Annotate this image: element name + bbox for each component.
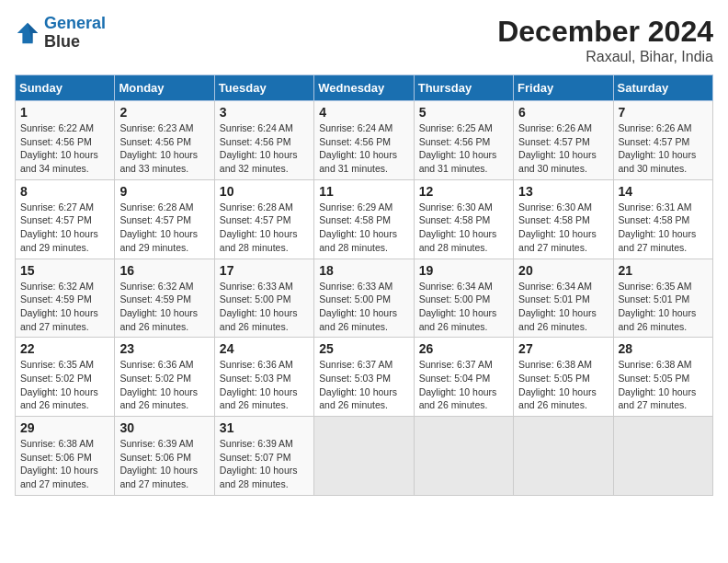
day-number: 19 — [419, 263, 508, 278]
calendar-day-cell: 17 Sunrise: 6:33 AMSunset: 5:00 PMDaylig… — [214, 259, 313, 338]
day-number: 26 — [419, 341, 508, 356]
day-number: 30 — [119, 420, 209, 435]
day-detail: Sunrise: 6:35 AMSunset: 5:02 PMDaylight:… — [20, 359, 98, 410]
calendar-day-cell: 27 Sunrise: 6:38 AMSunset: 5:05 PMDaylig… — [514, 338, 613, 417]
day-detail: Sunrise: 6:28 AMSunset: 4:57 PMDaylight:… — [220, 201, 298, 253]
day-detail: Sunrise: 6:38 AMSunset: 5:05 PMDaylight:… — [619, 359, 697, 410]
logo-line1: General — [44, 14, 106, 32]
calendar-day-cell: 4 Sunrise: 6:24 AMSunset: 4:56 PMDayligh… — [314, 101, 414, 180]
day-detail: Sunrise: 6:32 AMSunset: 4:59 PMDaylight:… — [20, 281, 98, 332]
day-number: 27 — [518, 341, 608, 356]
calendar-day-cell: 24 Sunrise: 6:36 AMSunset: 5:03 PMDaylig… — [214, 338, 313, 417]
page-header: General Blue December 2024 Raxaul, Bihar… — [15, 15, 713, 65]
logo: General Blue — [15, 15, 106, 52]
calendar-day-cell: 25 Sunrise: 6:37 AMSunset: 5:03 PMDaylig… — [314, 338, 414, 417]
day-detail: Sunrise: 6:37 AMSunset: 5:03 PMDaylight:… — [319, 359, 397, 410]
day-number: 18 — [319, 263, 408, 278]
day-detail: Sunrise: 6:26 AMSunset: 4:57 PMDaylight:… — [619, 122, 697, 174]
calendar-table: SundayMondayTuesdayWednesdayThursdayFrid… — [15, 75, 713, 496]
day-number: 21 — [619, 263, 708, 278]
day-number: 13 — [518, 184, 608, 199]
calendar-week-row: 22 Sunrise: 6:35 AMSunset: 5:02 PMDaylig… — [16, 338, 713, 417]
calendar-day-cell: 10 Sunrise: 6:28 AMSunset: 4:57 PMDaylig… — [214, 179, 313, 259]
calendar-week-row: 8 Sunrise: 6:27 AMSunset: 4:57 PMDayligh… — [16, 179, 713, 259]
day-number: 12 — [419, 184, 508, 199]
day-detail: Sunrise: 6:24 AMSunset: 4:56 PMDaylight:… — [220, 122, 298, 174]
calendar-day-cell: 14 Sunrise: 6:31 AMSunset: 4:58 PMDaylig… — [613, 179, 712, 259]
day-detail: Sunrise: 6:36 AMSunset: 5:02 PMDaylight:… — [119, 359, 198, 410]
calendar-day-cell: 28 Sunrise: 6:38 AMSunset: 5:05 PMDaylig… — [613, 338, 712, 417]
day-number: 14 — [619, 184, 708, 199]
day-detail: Sunrise: 6:31 AMSunset: 4:58 PMDaylight:… — [619, 201, 697, 253]
weekday-header: Saturday — [613, 75, 712, 101]
day-number: 23 — [119, 341, 209, 356]
weekday-header: Friday — [514, 75, 613, 101]
day-detail: Sunrise: 6:28 AMSunset: 4:57 PMDaylight:… — [119, 201, 198, 253]
day-detail: Sunrise: 6:39 AMSunset: 5:06 PMDaylight:… — [119, 438, 198, 489]
day-number: 31 — [220, 420, 309, 435]
day-number: 2 — [119, 105, 209, 120]
empty-cell — [613, 417, 712, 496]
day-detail: Sunrise: 6:36 AMSunset: 5:03 PMDaylight:… — [220, 359, 298, 410]
day-number: 7 — [619, 105, 708, 120]
day-detail: Sunrise: 6:22 AMSunset: 4:56 PMDaylight:… — [20, 122, 98, 174]
day-number: 22 — [20, 341, 109, 356]
day-detail: Sunrise: 6:38 AMSunset: 5:06 PMDaylight:… — [20, 438, 98, 489]
calendar-day-cell: 15 Sunrise: 6:32 AMSunset: 4:59 PMDaylig… — [16, 259, 115, 338]
day-detail: Sunrise: 6:24 AMSunset: 4:56 PMDaylight:… — [319, 122, 397, 174]
day-number: 15 — [20, 263, 109, 278]
day-detail: Sunrise: 6:34 AMSunset: 5:01 PMDaylight:… — [518, 281, 597, 332]
calendar-day-cell: 13 Sunrise: 6:30 AMSunset: 4:58 PMDaylig… — [514, 179, 613, 259]
calendar-day-cell: 19 Sunrise: 6:34 AMSunset: 5:00 PMDaylig… — [414, 259, 513, 338]
day-detail: Sunrise: 6:30 AMSunset: 4:58 PMDaylight:… — [518, 201, 597, 253]
day-detail: Sunrise: 6:30 AMSunset: 4:58 PMDaylight:… — [419, 201, 497, 253]
calendar-day-cell: 16 Sunrise: 6:32 AMSunset: 4:59 PMDaylig… — [115, 259, 214, 338]
calendar-day-cell: 20 Sunrise: 6:34 AMSunset: 5:01 PMDaylig… — [514, 259, 613, 338]
weekday-header: Sunday — [16, 75, 115, 101]
calendar-day-cell: 23 Sunrise: 6:36 AMSunset: 5:02 PMDaylig… — [115, 338, 214, 417]
day-number: 1 — [20, 105, 109, 120]
day-number: 29 — [20, 420, 109, 435]
calendar-day-cell: 9 Sunrise: 6:28 AMSunset: 4:57 PMDayligh… — [115, 179, 214, 259]
day-detail: Sunrise: 6:39 AMSunset: 5:07 PMDaylight:… — [220, 438, 298, 489]
day-detail: Sunrise: 6:25 AMSunset: 4:56 PMDaylight:… — [419, 122, 497, 174]
weekday-header-row: SundayMondayTuesdayWednesdayThursdayFrid… — [16, 75, 713, 101]
calendar-day-cell: 11 Sunrise: 6:29 AMSunset: 4:58 PMDaylig… — [314, 179, 414, 259]
title-block: December 2024 Raxaul, Bihar, India — [497, 15, 713, 65]
weekday-header: Monday — [115, 75, 214, 101]
day-number: 10 — [220, 184, 309, 199]
day-number: 20 — [518, 263, 608, 278]
calendar-day-cell: 30 Sunrise: 6:39 AMSunset: 5:06 PMDaylig… — [115, 417, 214, 496]
day-number: 11 — [319, 184, 408, 199]
day-detail: Sunrise: 6:29 AMSunset: 4:58 PMDaylight:… — [319, 201, 397, 253]
calendar-day-cell: 12 Sunrise: 6:30 AMSunset: 4:58 PMDaylig… — [414, 179, 513, 259]
weekday-header: Tuesday — [214, 75, 313, 101]
day-detail: Sunrise: 6:26 AMSunset: 4:57 PMDaylight:… — [518, 122, 597, 174]
calendar-day-cell: 29 Sunrise: 6:38 AMSunset: 5:06 PMDaylig… — [16, 417, 115, 496]
calendar-day-cell: 18 Sunrise: 6:33 AMSunset: 5:00 PMDaylig… — [314, 259, 414, 338]
day-detail: Sunrise: 6:33 AMSunset: 5:00 PMDaylight:… — [220, 281, 298, 332]
day-detail: Sunrise: 6:23 AMSunset: 4:56 PMDaylight:… — [119, 122, 198, 174]
day-detail: Sunrise: 6:27 AMSunset: 4:57 PMDaylight:… — [20, 201, 98, 253]
day-number: 16 — [119, 263, 209, 278]
empty-cell — [514, 417, 613, 496]
page-subtitle: Raxaul, Bihar, India — [497, 49, 713, 65]
calendar-day-cell: 6 Sunrise: 6:26 AMSunset: 4:57 PMDayligh… — [514, 101, 613, 180]
calendar-day-cell: 31 Sunrise: 6:39 AMSunset: 5:07 PMDaylig… — [214, 417, 313, 496]
page-title: December 2024 — [497, 15, 713, 49]
empty-cell — [314, 417, 414, 496]
day-number: 8 — [20, 184, 109, 199]
calendar-day-cell: 3 Sunrise: 6:24 AMSunset: 4:56 PMDayligh… — [214, 101, 313, 180]
day-number: 3 — [220, 105, 309, 120]
logo-line2: Blue — [44, 32, 80, 51]
calendar-week-row: 15 Sunrise: 6:32 AMSunset: 4:59 PMDaylig… — [16, 259, 713, 338]
calendar-day-cell: 26 Sunrise: 6:37 AMSunset: 5:04 PMDaylig… — [414, 338, 513, 417]
day-number: 6 — [518, 105, 608, 120]
calendar-day-cell: 22 Sunrise: 6:35 AMSunset: 5:02 PMDaylig… — [16, 338, 115, 417]
calendar-week-row: 29 Sunrise: 6:38 AMSunset: 5:06 PMDaylig… — [16, 417, 713, 496]
day-number: 9 — [119, 184, 209, 199]
day-detail: Sunrise: 6:34 AMSunset: 5:00 PMDaylight:… — [419, 281, 497, 332]
weekday-header: Wednesday — [314, 75, 414, 101]
day-number: 24 — [220, 341, 309, 356]
calendar-day-cell: 7 Sunrise: 6:26 AMSunset: 4:57 PMDayligh… — [613, 101, 712, 180]
